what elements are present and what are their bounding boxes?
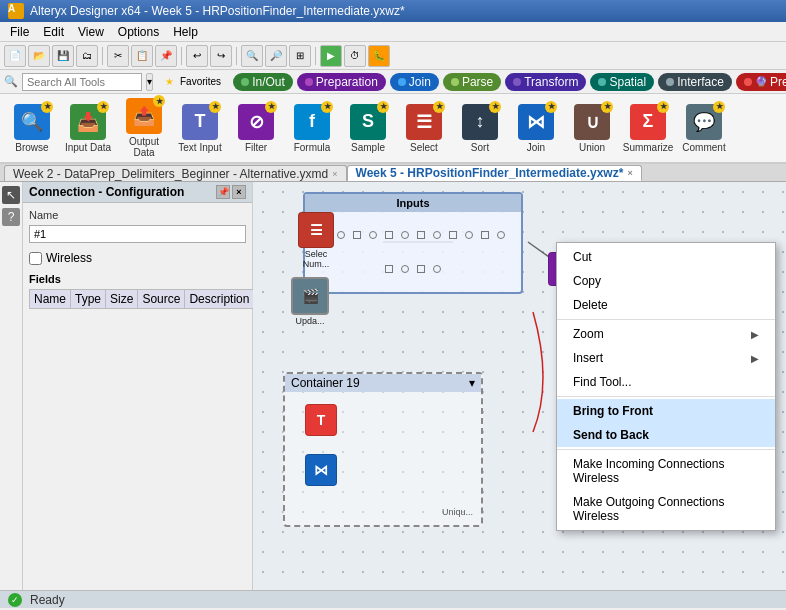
undo-button[interactable]: ↩: [186, 45, 208, 67]
tool-union[interactable]: ∪★ Union: [566, 102, 618, 155]
input-ci-1: [337, 231, 345, 239]
new-button[interactable]: 📄: [4, 45, 26, 67]
open-button[interactable]: 📂: [28, 45, 50, 67]
update-node[interactable]: 🎬 Upda...: [291, 277, 329, 326]
panel-close-button[interactable]: ×: [232, 185, 246, 199]
input-ci-3: [401, 231, 409, 239]
wireless-row: Wireless: [29, 251, 246, 265]
tool-filter[interactable]: ⊘★ Filter: [230, 102, 282, 155]
wireless-checkbox[interactable]: [29, 252, 42, 265]
container-node-2-icon: ⋈: [305, 454, 337, 486]
outputdata-icon: 📤★: [126, 98, 162, 134]
container-node-1[interactable]: T: [305, 404, 337, 436]
tool-outputdata[interactable]: 📤★ Output Data: [118, 96, 170, 160]
zoom-fit-button[interactable]: ⊞: [289, 45, 311, 67]
paste-button[interactable]: 📌: [155, 45, 177, 67]
tool-browse[interactable]: 🔍★ Browse: [6, 102, 58, 155]
ctx-findtool[interactable]: Find Tool...: [557, 370, 775, 394]
update-node-icon: 🎬: [291, 277, 329, 315]
tab-week2-close[interactable]: ×: [332, 169, 337, 179]
tab-week2[interactable]: Week 2 - DataPrep_Delimiters_Beginner - …: [4, 165, 347, 181]
save-button[interactable]: 💾: [52, 45, 74, 67]
search-input[interactable]: [22, 73, 142, 91]
favorites-label[interactable]: Favorites: [180, 76, 221, 87]
tool-textinput[interactable]: T★ Text Input: [174, 102, 226, 155]
menu-help[interactable]: Help: [167, 23, 204, 41]
ctx-bring-to-front[interactable]: Bring to Front: [557, 399, 775, 423]
ctx-delete[interactable]: Delete: [557, 293, 775, 317]
ctx-outgoing-wireless[interactable]: Make Outgoing Connections Wireless: [557, 490, 775, 528]
input-sq-2: [353, 231, 361, 239]
name-input[interactable]: [29, 225, 246, 243]
input-ci-7: [401, 265, 409, 273]
menu-view[interactable]: View: [72, 23, 110, 41]
tool-comment[interactable]: 💬★ Comment: [678, 102, 730, 155]
copy-button[interactable]: 📋: [131, 45, 153, 67]
ctx-sep3: [557, 449, 775, 450]
tool-join[interactable]: ⋈★ Join: [510, 102, 562, 155]
tag-interface[interactable]: Interface: [658, 73, 732, 91]
tag-transform[interactable]: Transform: [505, 73, 586, 91]
app-icon: A: [8, 3, 24, 19]
ctx-incoming-wireless[interactable]: Make Incoming Connections Wireless: [557, 452, 775, 490]
tool-formula[interactable]: f★ Formula: [286, 102, 338, 155]
container-unique-label: Uniqu...: [442, 507, 473, 517]
input-sq-7: [385, 265, 393, 273]
tab-week5-close[interactable]: ×: [627, 168, 632, 178]
context-menu: Cut Copy Delete Zoom ▶ Insert ▶ Find Too…: [556, 242, 776, 531]
inputs-container: Inputs: [303, 192, 523, 294]
search-dropdown-button[interactable]: ▾: [146, 73, 153, 91]
tag-predictive[interactable]: 🔮 Predictive: [736, 73, 786, 91]
tool-inputdata[interactable]: 📥★ Input Data: [62, 102, 114, 155]
container-19-collapse[interactable]: ▾: [469, 376, 475, 390]
ctx-copy[interactable]: Copy: [557, 269, 775, 293]
union-icon: ∪★: [574, 104, 610, 140]
ctx-zoom[interactable]: Zoom ▶: [557, 322, 775, 346]
menu-file[interactable]: File: [4, 23, 35, 41]
fields-section: Fields Name Type Size Source Description: [29, 273, 246, 309]
zoom-in-button[interactable]: 🔍: [241, 45, 263, 67]
run-button[interactable]: ▶: [320, 45, 342, 67]
select-node[interactable]: ☰ SelecNum...: [298, 212, 334, 269]
cut-button[interactable]: ✂: [107, 45, 129, 67]
ctx-send-to-back[interactable]: Send to Back: [557, 423, 775, 447]
panel-pin-button[interactable]: 📌: [216, 185, 230, 199]
redo-button[interactable]: ↪: [210, 45, 232, 67]
ctx-insert[interactable]: Insert ▶: [557, 346, 775, 370]
question-tool[interactable]: ?: [2, 208, 20, 226]
container-node-1-icon: T: [305, 404, 337, 436]
canvas-area[interactable]: Inputs ☰ S: [253, 182, 786, 590]
wireless-label: Wireless: [46, 251, 92, 265]
sep2: [181, 47, 182, 65]
tag-spatial[interactable]: Spatial: [590, 73, 654, 91]
tag-join[interactable]: Join: [390, 73, 439, 91]
col-size: Size: [106, 290, 138, 309]
save-all-button[interactable]: 🗂: [76, 45, 98, 67]
inputs-title: Inputs: [305, 194, 521, 212]
menu-edit[interactable]: Edit: [37, 23, 70, 41]
container-node-2[interactable]: ⋈: [305, 454, 337, 486]
ctx-cut[interactable]: Cut: [557, 245, 775, 269]
browse-icon: 🔍★: [14, 104, 50, 140]
tab-week5[interactable]: Week 5 - HRPositionFinder_Intermediate.y…: [347, 165, 642, 181]
tool-sample[interactable]: S★ Sample: [342, 102, 394, 155]
textinput-icon: T★: [182, 104, 218, 140]
tool-summarize[interactable]: Σ★ Summarize: [622, 102, 674, 155]
tool-sort[interactable]: ↕★ Sort: [454, 102, 506, 155]
status-text: Ready: [30, 593, 65, 607]
debug-button[interactable]: 🐛: [368, 45, 390, 67]
zoom-out-button[interactable]: 🔎: [265, 45, 287, 67]
container-19[interactable]: Container 19 ▾ T ⋈ Uniqu...: [283, 372, 483, 527]
tool-select[interactable]: ☰★ Select: [398, 102, 450, 155]
pointer-tool[interactable]: ↖: [2, 186, 20, 204]
container-19-header: Container 19 ▾: [285, 374, 481, 392]
menu-options[interactable]: Options: [112, 23, 165, 41]
fields-table: Name Type Size Source Description: [29, 289, 254, 309]
input-sq-4: [417, 231, 425, 239]
tag-preparation[interactable]: Preparation: [297, 73, 386, 91]
tab-bar: Week 2 - DataPrep_Delimiters_Beginner - …: [0, 164, 786, 182]
tag-inout[interactable]: In/Out: [233, 73, 293, 91]
schedule-button[interactable]: ⏱: [344, 45, 366, 67]
tag-parse[interactable]: Parse: [443, 73, 501, 91]
left-panel-title: Connection - Configuration: [29, 185, 184, 199]
